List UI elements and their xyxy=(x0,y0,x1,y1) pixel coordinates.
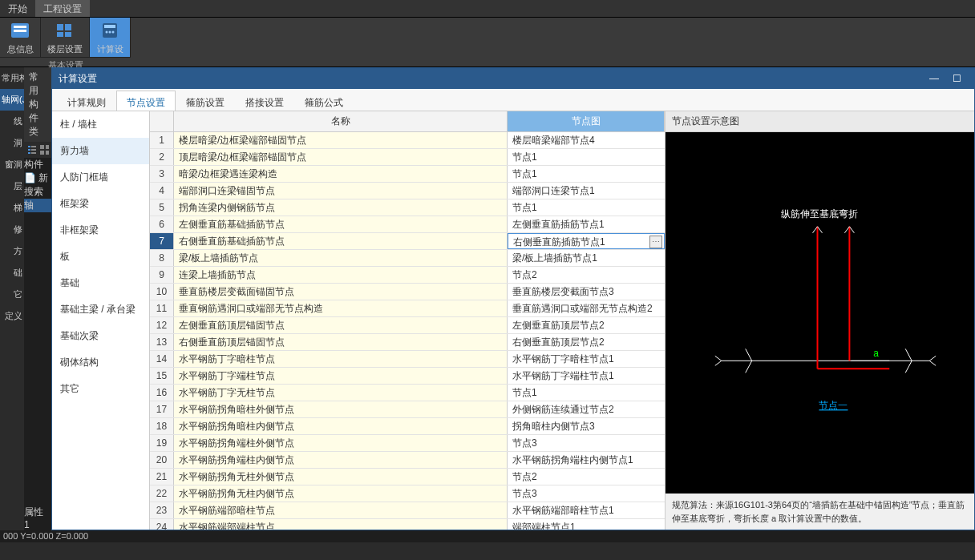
category-item[interactable]: 柱 / 墙柱 xyxy=(52,111,149,138)
maximize-button[interactable]: ☐ xyxy=(945,73,968,84)
ribbon-btn-info[interactable]: 息信息 xyxy=(0,18,41,57)
table-row[interactable]: 1楼层暗梁/边框梁端部锚固节点楼层暗梁端部节点4 xyxy=(150,132,665,149)
table-row[interactable]: 2顶层暗梁/边框梁端部锚固节点节点1 xyxy=(150,149,665,166)
cell-node[interactable]: 水平钢筋丁字暗柱节点1 xyxy=(508,351,665,367)
tab-node-settings[interactable]: 节点设置 xyxy=(116,91,176,111)
panel-search[interactable]: 搜索 xyxy=(24,185,51,199)
leftnav-item[interactable]: 常用构件类型 xyxy=(0,67,24,89)
leftnav-item[interactable]: 洞 xyxy=(0,132,24,154)
panel-props[interactable]: 属性 xyxy=(24,506,51,519)
cell-node[interactable]: 水平钢筋丁字端柱节点1 xyxy=(508,368,665,384)
table-row[interactable]: 6左侧垂直筋基础插筋节点左侧垂直筋插筋节点1 xyxy=(150,216,665,233)
cell-node[interactable]: 垂直筋楼层变截面节点3 xyxy=(508,284,665,300)
ribbon-btn-floor[interactable]: 楼层设置 xyxy=(41,18,90,57)
tab-stirrup-settings[interactable]: 箍筋设置 xyxy=(176,91,235,111)
cell-node[interactable]: 拐角暗柱内侧节点3 xyxy=(508,418,665,434)
tab-lap-settings[interactable]: 搭接设置 xyxy=(235,91,294,111)
table-row[interactable]: 22水平钢筋拐角无柱内侧节点节点3 xyxy=(150,485,665,502)
cell-node[interactable]: 节点3 xyxy=(508,485,665,502)
cell-node[interactable]: 节点2 xyxy=(508,469,665,485)
category-item[interactable]: 人防门框墙 xyxy=(52,164,149,191)
grid-body[interactable]: 1楼层暗梁/边框梁端部锚固节点楼层暗梁端部节点42顶层暗梁/边框梁端部锚固节点节… xyxy=(150,132,665,530)
ribbon-btn-calc[interactable]: 计算设 xyxy=(90,18,131,57)
cell-node[interactable]: 右侧垂直筋插筋节点1⋯ xyxy=(508,233,665,249)
cell-node[interactable]: 水平钢筋拐角端柱内侧节点1 xyxy=(508,452,665,468)
leftnav-item[interactable]: 线 xyxy=(0,111,24,132)
minimize-button[interactable]: — xyxy=(923,73,945,84)
svg-point-10 xyxy=(109,31,111,34)
category-item[interactable]: 板 xyxy=(52,244,149,270)
row-number: 5 xyxy=(150,199,174,216)
svg-rect-4 xyxy=(65,24,71,30)
cell-node[interactable]: 右侧垂直筋顶层节点2 xyxy=(508,334,665,350)
calc-settings-dialog: 计算设置 — ☐ 计算规则 节点设置 箍筋设置 搭接设置 箍筋公式 柱 / 墙柱… xyxy=(51,67,975,530)
leftnav-item[interactable]: 修 xyxy=(0,219,24,240)
ribbon-tab-start[interactable]: 开始 xyxy=(0,0,35,17)
category-item[interactable]: 框架梁 xyxy=(52,191,149,217)
grid-icon[interactable] xyxy=(39,144,49,155)
tab-stirrup-formula[interactable]: 箍筋公式 xyxy=(294,91,354,111)
table-row[interactable]: 10垂直筋楼层变截面锚固节点垂直筋楼层变截面节点3 xyxy=(150,284,665,300)
cell-node[interactable]: 外侧钢筋连续通过节点2 xyxy=(508,401,665,417)
table-row[interactable]: 7右侧垂直筋基础插筋节点右侧垂直筋插筋节点1⋯ xyxy=(150,233,665,250)
cell-node[interactable]: 节点3 xyxy=(508,435,665,451)
leftnav-item[interactable]: 定义 xyxy=(0,305,24,327)
cell-node[interactable]: 节点2 xyxy=(508,267,665,283)
cell-name: 水平钢筋丁字暗柱节点 xyxy=(174,351,508,367)
cell-node[interactable]: 节点1 xyxy=(508,166,665,182)
table-row[interactable]: 18水平钢筋拐角暗柱内侧节点拐角暗柱内侧节点3 xyxy=(150,418,665,435)
table-row[interactable]: 9连梁上墙插筋节点节点2 xyxy=(150,267,665,284)
leftnav-item[interactable]: 方 xyxy=(0,240,24,262)
cell-node[interactable]: 楼层暗梁端部节点4 xyxy=(508,132,665,148)
leftnav-item[interactable]: 它 xyxy=(0,284,24,305)
category-list: 柱 / 墙柱剪力墙人防门框墙框架梁非框架梁板基础基础主梁 / 承台梁基础次梁砌体… xyxy=(52,111,150,530)
cell-node[interactable]: 节点1 xyxy=(508,199,665,216)
table-row[interactable]: 24水平钢筋端部端柱节点端部端柱节点1 xyxy=(150,519,665,530)
table-row[interactable]: 8梁/板上墙插筋节点梁/板上墙插筋节点1 xyxy=(150,250,665,267)
leftnav-item[interactable]: 窗洞 xyxy=(0,154,24,175)
category-item[interactable]: 基础 xyxy=(52,270,149,296)
panel-new[interactable]: 📄 新 xyxy=(24,171,51,185)
leftnav-item-selected[interactable]: 轴网(J) xyxy=(0,89,24,111)
panel-one[interactable]: 1 xyxy=(24,519,51,530)
table-row[interactable]: 3暗梁/边框梁遇连梁构造节点1 xyxy=(150,166,665,183)
table-row[interactable]: 13右侧垂直筋顶层锚固节点右侧垂直筋顶层节点2 xyxy=(150,334,665,351)
cell-node[interactable]: 垂直筋遇洞口或端部无节点构造2 xyxy=(508,300,665,316)
cell-node[interactable]: 端部端柱节点1 xyxy=(508,519,665,530)
cell-node[interactable]: 端部洞口连梁节点1 xyxy=(508,183,665,199)
category-item[interactable]: 剪力墙 xyxy=(52,138,149,164)
tab-calc-rules[interactable]: 计算规则 xyxy=(57,91,116,111)
panel-axis[interactable]: 轴 xyxy=(24,199,51,212)
category-item[interactable]: 非框架梁 xyxy=(52,217,149,244)
table-row[interactable]: 4端部洞口连梁锚固节点端部洞口连梁节点1 xyxy=(150,183,665,199)
table-row[interactable]: 12左侧垂直筋顶层锚固节点左侧垂直筋顶层节点2 xyxy=(150,317,665,334)
table-row[interactable]: 21水平钢筋拐角无柱外侧节点节点2 xyxy=(150,469,665,485)
cell-node[interactable]: 左侧垂直筋插筋节点1 xyxy=(508,216,665,232)
ribbon: 息信息 楼层设置 计算设 基本设置 xyxy=(0,18,975,67)
table-row[interactable]: 16水平钢筋丁字无柱节点节点1 xyxy=(150,385,665,401)
ribbon-tab-project[interactable]: 工程设置 xyxy=(35,0,90,17)
table-row[interactable]: 17水平钢筋拐角暗柱外侧节点外侧钢筋连续通过节点2 xyxy=(150,401,665,418)
cell-node[interactable]: 节点1 xyxy=(508,385,665,401)
table-row[interactable]: 5拐角连梁内侧钢筋节点节点1 xyxy=(150,199,665,216)
category-item[interactable]: 基础次梁 xyxy=(52,323,149,349)
leftnav-item[interactable]: 梯 xyxy=(0,197,24,219)
table-row[interactable]: 19水平钢筋拐角端柱外侧节点节点3 xyxy=(150,435,665,452)
table-row[interactable]: 20水平钢筋拐角端柱内侧节点水平钢筋拐角端柱内侧节点1 xyxy=(150,452,665,469)
table-row[interactable]: 14水平钢筋丁字暗柱节点水平钢筋丁字暗柱节点1 xyxy=(150,351,665,368)
cell-node[interactable]: 水平钢筋端部暗柱节点1 xyxy=(508,502,665,518)
cell-node[interactable]: 梁/板上墙插筋节点1 xyxy=(508,250,665,266)
table-row[interactable]: 23水平钢筋端部暗柱节点水平钢筋端部暗柱节点1 xyxy=(150,502,665,519)
table-row[interactable]: 11垂直钢筋遇洞口或端部无节点构造垂直筋遇洞口或端部无节点构造2 xyxy=(150,300,665,317)
cell-node[interactable]: 节点1 xyxy=(508,149,665,165)
category-item[interactable]: 砌体结构 xyxy=(52,349,149,376)
category-item[interactable]: 其它 xyxy=(52,376,149,402)
leftnav-item[interactable]: 础 xyxy=(0,262,24,284)
panel-members[interactable]: 构件 xyxy=(24,158,51,171)
table-row[interactable]: 15水平钢筋丁字端柱节点水平钢筋丁字端柱节点1 xyxy=(150,368,665,385)
category-item[interactable]: 基础主梁 / 承台梁 xyxy=(52,296,149,323)
list-icon[interactable] xyxy=(26,144,36,155)
cell-node[interactable]: 左侧垂直筋顶层节点2 xyxy=(508,317,665,333)
dropdown-icon[interactable]: ⋯ xyxy=(649,236,662,248)
leftnav-item[interactable]: 层 xyxy=(0,175,24,197)
